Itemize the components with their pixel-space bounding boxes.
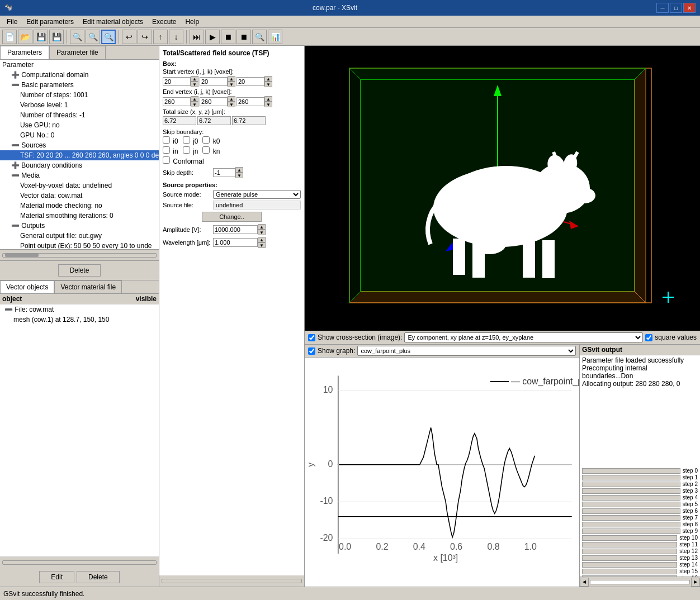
- run-button[interactable]: ▶: [205, 30, 220, 44]
- end-j-input[interactable]: [200, 97, 228, 106]
- square-values-checkbox[interactable]: [645, 334, 652, 341]
- tree-outputs[interactable]: ➖ Outputs: [0, 221, 159, 231]
- end-k-down[interactable]: ▼: [264, 102, 272, 107]
- tree-gpu-no[interactable]: GPU No.: 0: [0, 130, 159, 140]
- minimize-button[interactable]: ─: [656, 3, 669, 13]
- wavelength-down[interactable]: ▼: [258, 242, 266, 248]
- zoom-in-button[interactable]: 🔍: [86, 30, 100, 44]
- crosssection-select[interactable]: Ey component, xy plane at z=150, ey_xypl…: [404, 332, 643, 342]
- close-button[interactable]: ✕: [683, 3, 696, 13]
- tree-num-steps[interactable]: Number of steps: 1001: [0, 90, 159, 100]
- start-i-up[interactable]: ▲: [191, 76, 198, 82]
- tab-vector-objects[interactable]: Vector objects: [0, 280, 54, 293]
- wavelength-input[interactable]: [213, 238, 258, 247]
- start-i-down[interactable]: ▼: [191, 82, 198, 87]
- tree-media[interactable]: ➖ Media: [0, 170, 159, 180]
- tree-material-smooth[interactable]: Material smoothing iterations: 0: [0, 211, 159, 221]
- tab-vector-material[interactable]: Vector material file: [54, 280, 122, 293]
- tab-parameters[interactable]: Parameters: [0, 46, 49, 59]
- tree-scrollbar[interactable]: [0, 250, 159, 261]
- step-13-label: step 13: [679, 555, 698, 561]
- edit-button[interactable]: Edit: [39, 571, 74, 583]
- gsvit-scroll-left[interactable]: ◀: [580, 578, 589, 587]
- end-k-up[interactable]: ▲: [264, 96, 272, 102]
- vector-mesh-item[interactable]: mesh (cow.1) at 128.7, 150, 150: [0, 315, 159, 325]
- tree-tsf-source[interactable]: TSF: 20 20 20 ... 260 260 260, angles 0 …: [0, 150, 159, 160]
- tsf-scrollbar[interactable]: [159, 575, 304, 587]
- skip-k0-checkbox[interactable]: [202, 136, 210, 144]
- zoom-out-button[interactable]: 🔍: [70, 30, 84, 44]
- stop2-button[interactable]: ⏹: [237, 30, 251, 44]
- menu-file[interactable]: File: [2, 17, 22, 27]
- skip-jn-checkbox[interactable]: [183, 146, 190, 154]
- tree-verbose[interactable]: Verbose level: 1: [0, 100, 159, 110]
- skip-depth-down[interactable]: ▼: [235, 173, 243, 178]
- wavelength-up[interactable]: ▲: [258, 237, 266, 242]
- end-j-down[interactable]: ▼: [228, 102, 235, 107]
- start-k-input[interactable]: [237, 77, 264, 86]
- up-button[interactable]: ↑: [153, 30, 168, 44]
- stop-button[interactable]: ⏹: [221, 30, 235, 44]
- vector-scrollbar[interactable]: [0, 556, 159, 568]
- skip-i0-checkbox[interactable]: [163, 136, 170, 144]
- menu-execute[interactable]: Execute: [148, 17, 181, 27]
- tree-material-mode[interactable]: Material mode checking: no: [0, 201, 159, 211]
- end-i-up[interactable]: ▲: [191, 96, 198, 102]
- new-button[interactable]: 📄: [2, 30, 17, 44]
- start-j-input[interactable]: [200, 77, 228, 86]
- source-mode-select[interactable]: Generate pulse Load from file: [213, 190, 301, 199]
- amplitude-down[interactable]: ▼: [258, 230, 266, 235]
- tree-boundary-conditions[interactable]: ➕ Boundary conditions: [0, 160, 159, 170]
- delete-button[interactable]: Delete: [58, 264, 101, 277]
- step-button[interactable]: ⏭: [190, 30, 204, 44]
- tree-computational-domain[interactable]: ➕ Computational domain: [0, 70, 159, 80]
- start-k-down[interactable]: ▼: [264, 82, 272, 87]
- start-k-up[interactable]: ▲: [264, 76, 272, 82]
- menu-edit-params[interactable]: Edit parameters: [22, 17, 78, 27]
- gsvit-scroll-right[interactable]: ▶: [691, 578, 700, 587]
- end-j-up[interactable]: ▲: [228, 96, 235, 102]
- tree-point-output[interactable]: Point output (Ex): 50 50 50 every 10 to …: [0, 241, 159, 250]
- skip-depth-input[interactable]: [213, 168, 235, 177]
- skip-in-checkbox[interactable]: [163, 146, 170, 154]
- graph-select[interactable]: cow_farpoint_plus: [357, 346, 576, 356]
- skip-depth-up[interactable]: ▲: [235, 167, 243, 173]
- save-as-button[interactable]: 💾: [49, 30, 64, 44]
- tree-vector-data[interactable]: Vector data: cow.mat: [0, 191, 159, 201]
- tree-basic-parameters[interactable]: ➖ Basic parameters: [0, 80, 159, 90]
- tree-general-output[interactable]: General output file: out.gwy: [0, 231, 159, 241]
- start-i-input[interactable]: [163, 77, 191, 86]
- tree-voxel-data[interactable]: Voxel-by-voxel data: undefined: [0, 180, 159, 191]
- amplitude-input[interactable]: [213, 225, 258, 234]
- tree-threads[interactable]: Number of threads: -1: [0, 110, 159, 120]
- conformal-checkbox[interactable]: [163, 156, 170, 164]
- menu-edit-materials[interactable]: Edit material objects: [78, 17, 148, 27]
- maximize-button[interactable]: □: [670, 3, 682, 13]
- undo-button[interactable]: ↩: [122, 30, 136, 44]
- show-graph-checkbox[interactable]: [308, 347, 315, 355]
- tab-parameter-file[interactable]: Parameter file: [49, 46, 106, 59]
- skip-kn-checkbox[interactable]: [202, 146, 210, 154]
- open-button[interactable]: 📂: [18, 30, 32, 44]
- zoom3-button[interactable]: 🔍: [252, 30, 267, 44]
- vector-file-item[interactable]: ➖ File: cow.mat: [0, 304, 159, 315]
- menu-help[interactable]: Help: [181, 17, 204, 27]
- end-k-input[interactable]: [237, 97, 264, 106]
- vector-delete-button[interactable]: Delete: [77, 571, 120, 583]
- redo-button[interactable]: ↪: [138, 30, 152, 44]
- skip-j0-checkbox[interactable]: [183, 136, 190, 144]
- save-button[interactable]: 💾: [34, 30, 48, 44]
- start-j-down[interactable]: ▼: [228, 82, 235, 87]
- chart-button[interactable]: 📊: [268, 30, 282, 44]
- show-crosssection-checkbox[interactable]: [308, 334, 315, 341]
- down-button[interactable]: ↓: [169, 30, 183, 44]
- start-j-up[interactable]: ▲: [228, 76, 235, 82]
- end-i-down[interactable]: ▼: [191, 102, 198, 107]
- zoom-fit-button[interactable]: 🔍: [101, 30, 116, 44]
- change-button[interactable]: Change..: [202, 212, 262, 222]
- gsvit-scrollbar[interactable]: ◀ ▶: [580, 577, 700, 587]
- end-i-input[interactable]: [163, 97, 191, 106]
- tree-gpu[interactable]: Use GPU: no: [0, 120, 159, 130]
- tree-sources[interactable]: ➖ Sources: [0, 140, 159, 150]
- amplitude-up[interactable]: ▲: [258, 224, 266, 230]
